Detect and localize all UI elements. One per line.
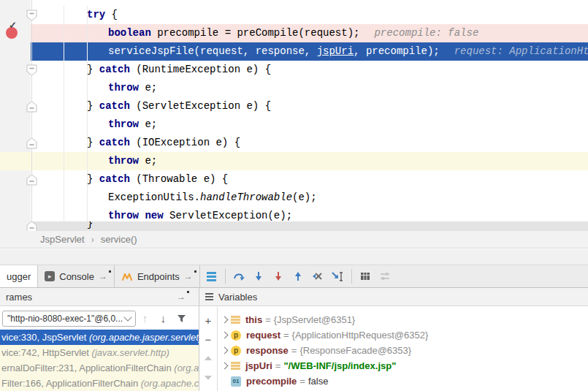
fold-marker-icon[interactable] bbox=[26, 101, 37, 115]
code-line[interactable]: throw e; bbox=[31, 115, 588, 134]
code-line[interactable]: try { bbox=[31, 6, 588, 24]
breakpoint-verified-check-icon: ✓ bbox=[9, 20, 17, 31]
tab-debugger-label: ugger bbox=[7, 271, 31, 282]
move-watch-up-button[interactable] bbox=[199, 352, 217, 365]
variables-title: Variables bbox=[218, 292, 257, 303]
step-over-button[interactable] bbox=[229, 265, 249, 287]
code-line[interactable]: boolean precompile = preCompile(request)… bbox=[31, 24, 588, 42]
code-editor[interactable]: try {boolean precompile = preCompile(req… bbox=[0, 0, 588, 231]
code-line[interactable]: } catch (Throwable e) { bbox=[31, 170, 588, 189]
stack-frame-row[interactable]: vice:330, JspServlet (org.apache.jasper.… bbox=[0, 330, 199, 345]
code-token: e; bbox=[139, 118, 157, 130]
frame-package: (org.apa bbox=[174, 362, 199, 373]
variables-panel-header: Variables bbox=[199, 288, 588, 306]
breadcrumb-separator: › bbox=[91, 235, 94, 245]
fold-marker-icon[interactable] bbox=[26, 221, 37, 231]
code-line[interactable]: } catch (ServletException e) { bbox=[31, 97, 588, 115]
force-step-into-icon bbox=[272, 270, 284, 282]
fold-marker-icon[interactable] bbox=[26, 174, 37, 189]
code-line[interactable]: serviceJspFile(request, response, jspUri… bbox=[31, 42, 588, 61]
stack-frame-row[interactable]: vice:742, HttpServlet (javax.servlet.htt… bbox=[0, 345, 199, 360]
variable-value: {ResponseFacade@6353} bbox=[299, 345, 411, 356]
tab-debugger[interactable]: ugger bbox=[0, 265, 38, 287]
chevron-down-icon bbox=[123, 313, 131, 321]
tab-console-label: Console bbox=[59, 271, 94, 282]
frame-up-button[interactable]: ↑ bbox=[136, 312, 154, 324]
code-line[interactable]: ExceptionUtils.handleThrowable(e); bbox=[31, 189, 588, 207]
thread-dropdown-value: "http-nio-8080-exec-1"@6,0... bbox=[7, 314, 123, 324]
code-token: try bbox=[87, 9, 105, 20]
variable-name: this bbox=[245, 314, 262, 325]
jump-to-source-icon: → bbox=[184, 272, 193, 281]
variable-value: false bbox=[308, 376, 328, 387]
thread-dropdown[interactable]: "http-nio-8080-exec-1"@6,0... bbox=[2, 311, 136, 327]
stack-frame-row[interactable]: ernalDoFilter:231, ApplicationFilterChai… bbox=[0, 360, 199, 376]
variable-row[interactable]: 01precompile=false bbox=[218, 373, 588, 389]
code-token: } bbox=[87, 173, 99, 185]
breadcrumb-class[interactable]: JspServlet bbox=[40, 234, 85, 245]
code-token: precompile = preCompile(request); bbox=[151, 27, 360, 39]
param-type-icon: p bbox=[231, 330, 241, 341]
drop-frame-icon bbox=[312, 270, 324, 282]
frames-title: rames bbox=[6, 292, 32, 303]
breadcrumb-method[interactable]: service() bbox=[101, 234, 137, 245]
frame-package: (org.apache.jasper.servlet) bbox=[89, 332, 199, 343]
fold-marker-icon[interactable] bbox=[26, 137, 37, 152]
add-watch-button[interactable]: + bbox=[199, 314, 217, 327]
fold-marker-icon[interactable] bbox=[26, 64, 37, 79]
variable-row[interactable]: jspUri="/WEB-INF/jsp/index.jsp" bbox=[218, 358, 588, 373]
variable-row[interactable]: presponse={ResponseFacade@6353} bbox=[218, 343, 588, 358]
step-out-button[interactable] bbox=[289, 265, 308, 287]
console-icon: ▸ bbox=[45, 271, 55, 281]
variable-row[interactable]: this={JspServlet@6351} bbox=[218, 312, 588, 327]
remove-watch-button[interactable]: − bbox=[199, 333, 217, 346]
equals-sign: = bbox=[299, 376, 305, 387]
toolbar-separator bbox=[351, 269, 352, 284]
fold-marker-icon[interactable] bbox=[26, 10, 37, 24]
code-token: boolean bbox=[108, 27, 151, 39]
variable-name: response bbox=[246, 345, 289, 356]
step-out-icon bbox=[292, 270, 304, 282]
drop-frame-button[interactable] bbox=[308, 265, 328, 287]
expand-chevron-icon[interactable] bbox=[221, 316, 228, 324]
evaluate-expression-button[interactable] bbox=[356, 265, 375, 287]
stack-frame-row[interactable]: Filter:166, ApplicationFilterChain (org.… bbox=[0, 376, 199, 391]
splitter[interactable] bbox=[0, 249, 588, 265]
expand-chevron-icon[interactable] bbox=[221, 332, 228, 339]
force-step-into-button[interactable] bbox=[269, 265, 289, 287]
tab-console[interactable]: ▸ Console → bbox=[38, 265, 115, 287]
hide-frames-filter-button[interactable] bbox=[172, 314, 191, 323]
code-token: catch bbox=[99, 100, 130, 112]
run-to-cursor-button[interactable] bbox=[328, 265, 348, 287]
move-watch-down-button[interactable] bbox=[199, 371, 217, 384]
frame-location: Filter:166, ApplicationFilterChain bbox=[1, 378, 141, 389]
tab-endpoints[interactable]: Endpoints → bbox=[115, 265, 200, 287]
code-token: throw bbox=[108, 210, 139, 221]
code-line[interactable]: throw e; bbox=[31, 79, 588, 97]
value-type-icon bbox=[231, 316, 240, 324]
variable-value: "/WEB-INF/jsp/index.jsp" bbox=[283, 360, 396, 371]
frame-location: ernalDoFilter:231, ApplicationFilterChai… bbox=[1, 362, 174, 373]
variable-name: precompile bbox=[246, 376, 297, 387]
code-token: (IOException e) { bbox=[130, 137, 240, 148]
code-token: catch bbox=[99, 64, 130, 75]
code-line[interactable]: throw e; bbox=[31, 152, 588, 170]
watches-toolbar: + − − bbox=[199, 307, 218, 391]
equals-sign: = bbox=[283, 330, 289, 341]
layout-settings-button[interactable] bbox=[375, 265, 395, 287]
debugger-menu-button[interactable] bbox=[202, 265, 221, 287]
variable-row[interactable]: prequest={ApplicationHttpRequest@6352} bbox=[218, 327, 588, 343]
duplicate-watch-button[interactable]: − bbox=[199, 387, 217, 391]
breadcrumb: JspServlet › service() bbox=[0, 231, 588, 248]
step-into-button[interactable] bbox=[249, 265, 269, 287]
frames-panel-header: rames → bbox=[0, 288, 199, 306]
expand-chevron-icon[interactable] bbox=[221, 362, 228, 370]
code-line[interactable]: } catch (IOException e) { bbox=[31, 134, 588, 152]
expand-chevron-icon[interactable] bbox=[221, 347, 228, 354]
evaluate-expression-icon bbox=[359, 270, 371, 282]
jump-to-source-icon: → bbox=[177, 292, 186, 301]
menu-icon bbox=[205, 293, 213, 300]
debug-panels: rames → "http-nio-8080-exec-1"@6,0... ↑ … bbox=[0, 288, 588, 391]
code-line[interactable]: } catch (RuntimeException e) { bbox=[31, 61, 588, 79]
frame-down-button[interactable]: ↓ bbox=[154, 312, 172, 324]
